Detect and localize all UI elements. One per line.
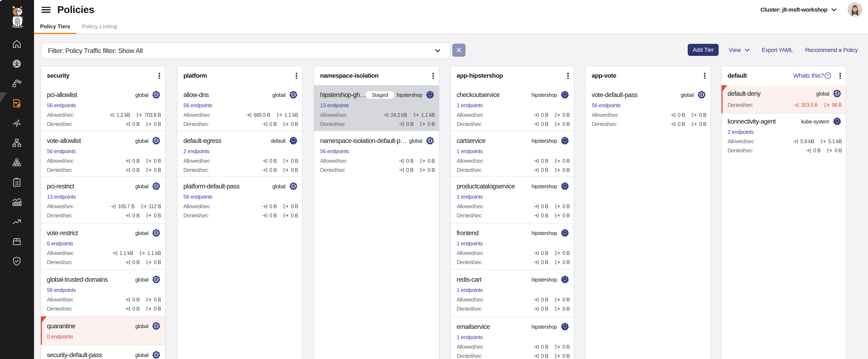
svg-text:?: ? [827, 74, 829, 78]
